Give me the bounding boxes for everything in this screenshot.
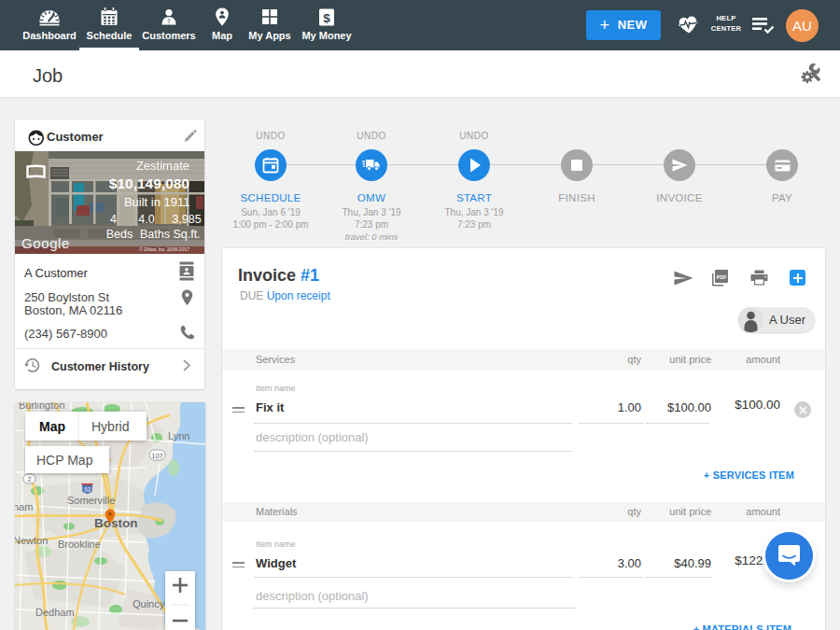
svg-text:PDF: PDF [717, 274, 728, 280]
svg-text:Built in 1911: Built in 1911 [124, 195, 190, 209]
svg-text:Dedham: Dedham [35, 607, 75, 618]
svg-text:Somerville: Somerville [67, 495, 115, 506]
svg-text:Map: Map [39, 419, 65, 434]
svg-text:4: 4 [110, 213, 117, 226]
svg-text:HCP Map: HCP Map [36, 453, 93, 468]
svg-text:Newton: Newton [15, 535, 48, 546]
svg-text:Zestimate: Zestimate [136, 159, 189, 173]
svg-text:Sq.ft.: Sq.ft. [173, 228, 200, 241]
svg-text:Beds: Beds [106, 228, 133, 241]
svg-text:Google: Google [21, 235, 70, 251]
svg-text:$: $ [323, 11, 330, 25]
svg-text:Burlington: Burlington [19, 402, 65, 411]
svg-text:Boston: Boston [94, 516, 138, 530]
svg-text:2: 2 [27, 475, 31, 483]
svg-text:4.0: 4.0 [138, 213, 154, 226]
svg-text:93: 93 [84, 486, 91, 493]
svg-text:Baths: Baths [140, 228, 170, 241]
svg-text:Quincy: Quincy [133, 598, 165, 609]
svg-text:3,985: 3,985 [172, 213, 201, 226]
svg-text:Hybrid: Hybrid [91, 419, 129, 434]
svg-text:Brookline: Brookline [58, 539, 101, 550]
svg-text:© Zillow, Inc. 2006-2017: © Zillow, Inc. 2006-2017 [139, 246, 189, 252]
svg-text:ham: ham [15, 501, 33, 512]
svg-text:$10,149,080: $10,149,080 [109, 175, 189, 191]
svg-text:Lynn: Lynn [168, 430, 189, 441]
svg-text:107: 107 [151, 452, 163, 460]
